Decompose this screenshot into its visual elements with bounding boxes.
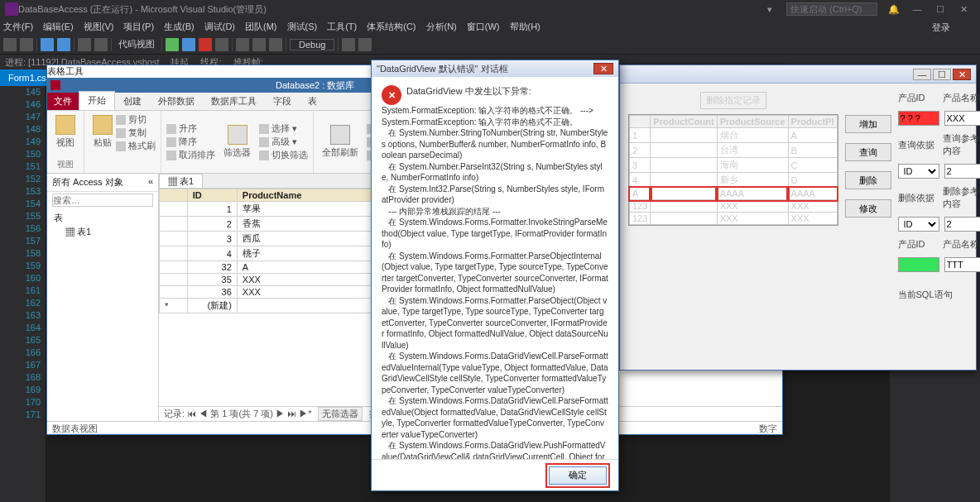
add-button[interactable]: 增加 xyxy=(845,115,891,133)
continue-icon[interactable] xyxy=(166,38,179,51)
pid-label-2: 产品ID xyxy=(898,238,938,251)
view-button[interactable]: 视图 xyxy=(52,113,79,151)
col-name[interactable]: ProductName xyxy=(237,189,373,202)
filter-button[interactable]: 筛选器 xyxy=(220,123,254,160)
menu-build[interactable]: 生成(B) xyxy=(164,21,195,33)
nav-collapse-icon[interactable]: « xyxy=(148,176,153,189)
modify-button[interactable]: 修改 xyxy=(845,199,891,218)
access-status-right: 数字 xyxy=(759,423,777,433)
restore-down-icon[interactable]: ▾ xyxy=(758,4,781,15)
notifications-icon[interactable]: 🔔 xyxy=(882,4,906,15)
restart-icon[interactable] xyxy=(215,38,228,51)
step-out-icon[interactable] xyxy=(269,38,282,51)
delete-cond-input[interactable] xyxy=(944,217,981,232)
ribbon-table-tab[interactable]: 表 xyxy=(300,93,325,110)
formatpainter-button[interactable]: 格式刷 xyxy=(116,140,156,152)
pid-label: 产品ID xyxy=(898,92,938,104)
menu-tools[interactable]: 工具(T) xyxy=(327,21,357,33)
menu-debug[interactable]: 调试(D) xyxy=(204,21,235,33)
paste-button[interactable]: 粘贴 xyxy=(89,113,116,151)
stop-icon[interactable] xyxy=(199,38,212,51)
tool2-icon[interactable] xyxy=(358,38,372,51)
menu-test[interactable]: 测试(S) xyxy=(287,21,318,33)
pid-input-red[interactable] xyxy=(898,111,939,126)
dby-label: 删除依据 xyxy=(898,192,938,204)
close-button[interactable]: ✕ xyxy=(952,4,975,15)
record-navigator[interactable]: 记录: ⏮ ◀ 第 1 项(共 7 项) ▶ ⏭ ▶* xyxy=(164,408,311,420)
winforms-window: — ☐ ✕ 删除指定记录 ProductCountProductSourcePr… xyxy=(619,65,977,371)
nav-item-table1[interactable]: ▦ 表1 xyxy=(54,224,151,240)
sort-desc-button[interactable]: 降序 xyxy=(166,136,215,148)
pname-input-2[interactable] xyxy=(944,257,981,272)
qcond-label: 查询参考内容 xyxy=(943,132,981,157)
menu-help[interactable]: 帮助(H) xyxy=(510,21,540,33)
menu-window[interactable]: 窗口(W) xyxy=(467,21,500,33)
minimize-button[interactable]: — xyxy=(906,4,929,14)
ribbon-dbtools-tab[interactable]: 数据库工具 xyxy=(203,93,265,110)
toggle-filter-button[interactable]: 切换筛选 xyxy=(259,149,308,161)
pname-input-1[interactable] xyxy=(944,111,981,126)
form-datagrid[interactable]: ProductCountProductSourceProductPl 1烟台A2… xyxy=(628,114,838,226)
signin-link[interactable]: 登录 xyxy=(932,22,950,34)
form-close-button[interactable]: ✕ xyxy=(953,69,971,80)
nav-back-icon[interactable] xyxy=(3,38,17,51)
save-icon[interactable] xyxy=(41,38,54,51)
col-id[interactable]: ID xyxy=(187,189,237,202)
copy-button[interactable]: 复制 xyxy=(116,127,156,139)
menu-bar: 文件(F) 编辑(E) 视图(V) 项目(P) 生成(B) 调试(D) 团队(M… xyxy=(0,18,980,35)
new-row-label[interactable]: (新建) xyxy=(187,299,237,313)
pause-icon[interactable] xyxy=(182,38,195,51)
menu-view[interactable]: 视图(V) xyxy=(84,21,114,33)
menu-analyze[interactable]: 分析(N) xyxy=(426,21,457,33)
clear-sort-button[interactable]: 取消排序 xyxy=(166,149,215,161)
maximize-button[interactable]: ☐ xyxy=(929,4,952,15)
tool-icon[interactable] xyxy=(342,38,355,51)
ribbon-create-tab[interactable]: 创建 xyxy=(115,93,150,110)
menu-team[interactable]: 团队(M) xyxy=(245,21,277,33)
sql-label: 当前SQL语句 xyxy=(898,289,953,301)
redo-icon[interactable] xyxy=(94,38,108,51)
ok-button[interactable]: 确定 xyxy=(549,466,607,485)
nav-group-tables[interactable]: 表 xyxy=(54,212,151,224)
window-title: DataBaseAccess (正在运行) - Microsoft Visual… xyxy=(18,3,758,16)
nav-fwd-icon[interactable] xyxy=(20,38,33,51)
query-button[interactable]: 查询 xyxy=(845,143,891,161)
query-by-select[interactable]: ID xyxy=(898,164,939,179)
datasheet-tab[interactable]: ▦ 表1 xyxy=(159,174,203,188)
codeview-button[interactable]: 代码视图 xyxy=(115,38,158,50)
form-min-button[interactable]: — xyxy=(913,69,931,80)
menu-project[interactable]: 项目(P) xyxy=(123,21,154,33)
access-doc-title: Database2 : 数据库 xyxy=(276,79,354,92)
advanced-button[interactable]: 高级 ▾ xyxy=(259,136,308,148)
ribbon-fields-tab[interactable]: 字段 xyxy=(265,93,300,110)
quick-launch-input[interactable] xyxy=(786,2,877,16)
pname-label: 产品名称 xyxy=(943,92,981,104)
form-max-button[interactable]: ☐ xyxy=(933,69,951,80)
menu-file[interactable]: 文件(F) xyxy=(3,21,33,33)
error-stacktrace: System.FormatException: 输入字符串的格式不正确。 ---… xyxy=(382,105,608,459)
step-over-icon[interactable] xyxy=(252,38,266,51)
refresh-all-button[interactable]: 全部刷新 xyxy=(319,123,362,160)
ribbon-home-tab[interactable]: 开始 xyxy=(79,91,115,110)
delete-selected-button[interactable]: 删除指定记录 xyxy=(700,92,766,109)
nav-search-input[interactable] xyxy=(52,194,153,207)
menu-arch[interactable]: 体系结构(C) xyxy=(367,21,416,33)
undo-icon[interactable] xyxy=(78,38,91,51)
selection-button[interactable]: 选择 ▾ xyxy=(259,122,308,135)
sort-asc-button[interactable]: 升序 xyxy=(166,122,215,135)
delete-button[interactable]: 删除 xyxy=(845,171,891,189)
cut-button[interactable]: 剪切 xyxy=(116,113,156,126)
nav-header[interactable]: 所有 Access 对象 xyxy=(52,176,123,189)
save-all-icon[interactable] xyxy=(57,38,70,51)
dlg-close-button[interactable]: ✕ xyxy=(593,63,613,74)
ribbon-file-tab[interactable]: 文件 xyxy=(47,93,79,110)
pid-input-green[interactable] xyxy=(898,257,939,272)
delete-by-select[interactable]: ID xyxy=(898,217,939,232)
menu-edit[interactable]: 编辑(E) xyxy=(43,21,74,33)
main-toolbar: 代码视图 Debug xyxy=(0,35,980,55)
config-dropdown[interactable]: Debug xyxy=(290,39,334,50)
error-dialog: "DataGridView 默认错误" 对话框 ✕ ✕ DataGridView… xyxy=(371,60,619,491)
step-into-icon[interactable] xyxy=(236,38,249,51)
ribbon-external-tab[interactable]: 外部数据 xyxy=(150,93,203,110)
query-cond-input[interactable] xyxy=(944,164,981,179)
